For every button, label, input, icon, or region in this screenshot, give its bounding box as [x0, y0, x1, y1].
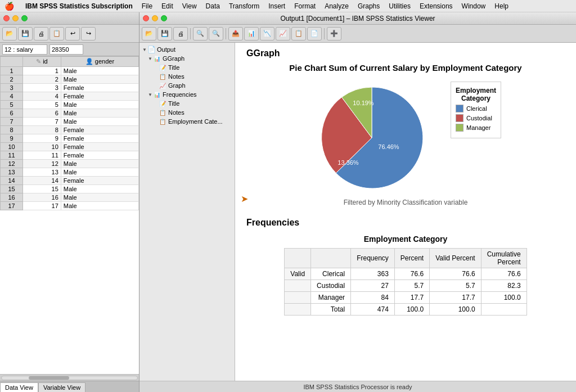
table-row[interactable]: 1 1 Male	[1, 67, 139, 75]
table-row[interactable]: 13 13 Male	[1, 168, 139, 177]
menu-graphs[interactable]: Graphs	[358, 2, 380, 10]
table-row[interactable]: 12 12 Male	[1, 160, 139, 168]
data-editor: 📂 💾 🖨 📋 ↩ ↪ 12 : salary 28350 ✎ id	[0, 12, 140, 392]
tab-bar: Data View Variable View	[0, 381, 139, 392]
table-row[interactable]: 4 4 Female	[1, 92, 139, 101]
redo-button[interactable]: ↪	[81, 27, 96, 40]
menu-data[interactable]: Data	[206, 2, 220, 10]
table-row[interactable]: 9 9 Female	[1, 134, 139, 143]
output-open-button[interactable]: 📂	[142, 27, 156, 40]
table-row[interactable]: 14 14 Female	[1, 177, 139, 185]
row-id: 12	[23, 160, 61, 168]
output-minimize-button[interactable]	[152, 15, 158, 21]
undo-button[interactable]: ↩	[65, 27, 80, 40]
row-gender: Male	[61, 160, 138, 168]
row-gender: Female	[61, 84, 138, 92]
row-num: 9	[1, 134, 23, 143]
table-row[interactable]: 5 5 Male	[1, 101, 139, 109]
pie-chart: 76.46% 13.36% 10.19%	[310, 82, 434, 194]
menu-analyze[interactable]: Analyze	[325, 2, 349, 10]
nav-item-frequencies[interactable]: ▼ 📊 Frequencies	[140, 90, 235, 99]
cell-value: 28350	[50, 44, 83, 55]
row-num: 4	[1, 92, 23, 101]
horizontal-scrollbar[interactable]	[0, 374, 139, 381]
output-title: Output1 [Document1] – IBM SPSS Statistic…	[280, 15, 435, 22]
nav-item-notes-2[interactable]: ▶ 📋 Notes	[140, 108, 235, 117]
menu-help[interactable]: Help	[494, 2, 508, 10]
nav-output-icon: 📄	[147, 46, 155, 53]
menu-window[interactable]: Window	[462, 2, 486, 10]
freq-row-freq: 84	[351, 292, 395, 304]
nav-item-emp-cat[interactable]: ▶ 📋 Employment Cate...	[140, 117, 235, 126]
nav-item-graph[interactable]: ▶ 📈 Graph	[140, 81, 235, 90]
table-row[interactable]: 8 8 Female	[1, 126, 139, 134]
save-button[interactable]: 💾	[18, 27, 33, 40]
scroll-track[interactable]	[1, 376, 138, 380]
table-row[interactable]: 11 11 Female	[1, 151, 139, 160]
table-row[interactable]: 15 15 Male	[1, 185, 139, 193]
output-main: ▼ 📄 Output ▼ 📊 GGraph ▶ 📝 Title ▶ 📋	[140, 43, 576, 381]
freq-col-valid-pct: Valid Percent	[430, 249, 481, 268]
freq-row-valid	[285, 304, 311, 316]
scroll-thumb[interactable]	[29, 376, 69, 380]
insert-button[interactable]: 📊	[244, 27, 259, 40]
status-bar: IBM SPSS Statistics Processor is ready	[140, 381, 576, 392]
toolbar-btn-7[interactable]: 📋	[291, 27, 306, 40]
table-row[interactable]: 16 16 Male	[1, 193, 139, 202]
menu-edit[interactable]: Edit	[161, 2, 173, 10]
menu-format[interactable]: Format	[294, 2, 316, 10]
menu-insert[interactable]: Insert	[268, 2, 285, 10]
freq-row-cum-pct: 100.0	[481, 292, 526, 304]
nav-label-emp-cat: Employment Cate...	[168, 118, 223, 125]
tab-data-view[interactable]: Data View	[0, 382, 38, 392]
table-row[interactable]: 6 6 Male	[1, 109, 139, 118]
row-gender: Male	[61, 168, 138, 177]
nav-item-title-1[interactable]: ▶ 📝 Title	[140, 63, 235, 72]
zoom-in-button[interactable]: 🔍	[209, 27, 223, 40]
table-row[interactable]: 17 17 Male	[1, 202, 139, 210]
legend-box-custodial	[456, 114, 464, 122]
table-row[interactable]: 2 2 Male	[1, 75, 139, 84]
freq-row-cum-pct: 76.6	[481, 268, 526, 280]
row-gender: Male	[61, 75, 138, 84]
toolbar-btn-5[interactable]: 📉	[260, 27, 274, 40]
maximize-button[interactable]	[21, 15, 28, 21]
nav-item-output[interactable]: ▼ 📄 Output	[140, 45, 235, 54]
toolbar-btn-8[interactable]: 📄	[307, 27, 322, 40]
nav-item-ggraph[interactable]: ▼ 📊 GGraph	[140, 54, 235, 63]
nav-item-notes-1[interactable]: ▶ 📋 Notes	[140, 72, 235, 81]
output-save-button[interactable]: 💾	[158, 27, 172, 40]
table-row[interactable]: 3 3 Female	[1, 84, 139, 92]
export-button[interactable]: 📤	[228, 27, 243, 40]
print-button[interactable]: 🖨	[34, 27, 48, 40]
row-gender: Female	[61, 143, 138, 151]
freq-row-pct: 5.7	[394, 280, 429, 292]
legend-item-manager: Manager	[456, 124, 496, 132]
menu-view[interactable]: View	[182, 2, 197, 10]
tab-variable-view[interactable]: Variable View	[38, 382, 86, 392]
nav-item-title-2[interactable]: ▶ 📝 Title	[140, 99, 235, 108]
person-icon: 👤	[86, 58, 93, 65]
row-num: 17	[1, 202, 23, 210]
add-button[interactable]: ➕	[327, 27, 341, 40]
minimize-button[interactable]	[12, 15, 19, 21]
menu-extensions[interactable]: Extensions	[420, 2, 453, 10]
menu-utilities[interactable]: Utilities	[389, 2, 411, 10]
legend-label-custodial: Custodial	[466, 115, 492, 121]
table-row[interactable]: 10 10 Female	[1, 143, 139, 151]
output-maximize-button[interactable]	[161, 15, 167, 21]
zoom-out-button[interactable]: 🔍	[193, 27, 208, 40]
open-button[interactable]: 📂	[2, 27, 17, 40]
row-gender: Female	[61, 126, 138, 134]
freq-col-h1	[285, 249, 311, 268]
output-print-button[interactable]: 🖨	[173, 27, 188, 40]
table-row[interactable]: 7 7 Male	[1, 118, 139, 126]
dialog-recall-button[interactable]: 📋	[50, 27, 64, 40]
toolbar-btn-6[interactable]: 📈	[276, 27, 290, 40]
output-close-button[interactable]	[143, 15, 149, 21]
close-button[interactable]	[3, 15, 10, 21]
freq-row-valid-pct: 5.7	[430, 280, 481, 292]
menu-file[interactable]: File	[142, 2, 152, 10]
menu-transform[interactable]: Transform	[229, 2, 259, 10]
nav-notes-icon-1: 📋	[159, 73, 166, 80]
